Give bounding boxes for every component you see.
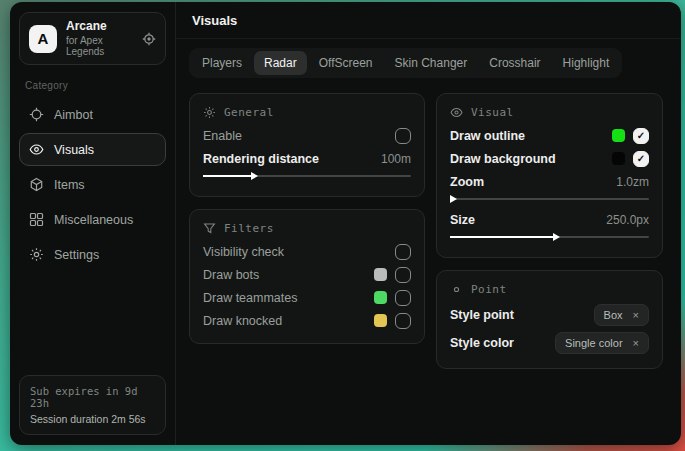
draw-knocked-color-swatch[interactable] [374, 314, 387, 327]
rendering-distance-label: Rendering distance [203, 152, 373, 166]
close-icon[interactable]: × [633, 309, 639, 321]
app-window: A Arcane for Apex Legends Category Aimbo [10, 2, 681, 445]
size-label: Size [450, 213, 598, 227]
visibility-check-row: Visibility check [203, 240, 411, 263]
gear-icon [203, 106, 216, 119]
style-point-select[interactable]: Box × [594, 304, 649, 326]
panel-title: Filters [224, 222, 274, 235]
eye-icon [450, 106, 463, 119]
sidebar-item-miscellaneous[interactable]: Miscellaneous [19, 203, 166, 236]
slider-thumb[interactable] [251, 172, 258, 180]
zoom-label: Zoom [450, 175, 608, 189]
page-title: Visuals [192, 13, 665, 28]
style-point-label: Style point [450, 308, 586, 322]
tab-bar: Players Radar OffScreen Skin Changer Cro… [189, 48, 622, 78]
visual-panel: Visual Draw outline ✓ Draw background ✓ … [436, 93, 663, 258]
panel-title: Visual [471, 106, 514, 119]
visibility-check-checkbox[interactable] [395, 244, 411, 260]
brand-card: A Arcane for Apex Legends [19, 12, 166, 65]
page-header: Visuals [176, 2, 681, 39]
funnel-icon [203, 222, 216, 235]
sidebar-item-label: Aimbot [54, 108, 93, 122]
draw-bots-row: Draw bots [203, 263, 411, 286]
size-slider[interactable] [450, 232, 649, 241]
tab-skin-changer[interactable]: Skin Changer [385, 51, 478, 75]
rendering-distance-slider[interactable] [203, 171, 411, 180]
tab-radar[interactable]: Radar [254, 51, 307, 75]
style-color-row: Style color Single color × [450, 329, 649, 357]
draw-bots-checkbox[interactable] [395, 267, 411, 283]
rendering-distance-row: Rendering distance 100m [203, 147, 411, 170]
draw-bots-color-swatch[interactable] [374, 268, 387, 281]
gear-icon [29, 247, 44, 262]
session-duration-text: Session duration 2m 56s [30, 413, 155, 425]
style-color-select[interactable]: Single color × [555, 332, 649, 354]
sidebar-item-aimbot[interactable]: Aimbot [19, 98, 166, 131]
slider-thumb[interactable] [450, 195, 457, 203]
sidebar-item-label: Miscellaneous [54, 213, 133, 227]
draw-teammates-row: Draw teammates [203, 286, 411, 309]
draw-knocked-checkbox[interactable] [395, 313, 411, 329]
draw-knocked-row: Draw knocked [203, 309, 411, 332]
sidebar-item-settings[interactable]: Settings [19, 238, 166, 271]
draw-teammates-color-swatch[interactable] [374, 291, 387, 304]
dot-icon [450, 283, 463, 296]
main-area: Visuals Players Radar OffScreen Skin Cha… [176, 2, 681, 445]
check-icon: ✓ [637, 154, 645, 164]
panel-title: General [224, 106, 274, 119]
tab-players[interactable]: Players [192, 51, 252, 75]
sidebar-item-label: Settings [54, 248, 99, 262]
sub-expires-text: Sub expires in 9d 23h [30, 385, 155, 409]
sidebar-item-items[interactable]: Items [19, 168, 166, 201]
app-subtitle: for Apex Legends [66, 35, 133, 57]
sidebar-item-label: Visuals [54, 143, 94, 157]
size-value: 250.0px [606, 213, 649, 227]
style-color-value: Single color [565, 337, 622, 349]
eye-icon [29, 142, 44, 157]
sidebar: A Arcane for Apex Legends Category Aimbo [10, 2, 176, 445]
zoom-slider[interactable] [450, 194, 649, 203]
style-point-row: Style point Box × [450, 301, 649, 329]
close-icon[interactable]: × [633, 337, 639, 349]
rendering-distance-value: 100m [381, 152, 411, 166]
sidebar-item-visuals[interactable]: Visuals [19, 133, 166, 166]
point-panel: Point Style point Box × Style color Sing… [436, 270, 663, 369]
slider-thumb[interactable] [553, 233, 560, 241]
tab-offscreen[interactable]: OffScreen [309, 51, 383, 75]
draw-background-row: Draw background ✓ [450, 147, 649, 170]
draw-outline-checkbox[interactable]: ✓ [633, 128, 649, 144]
zoom-row: Zoom 1.0zm [450, 170, 649, 193]
tab-crosshair[interactable]: Crosshair [479, 51, 550, 75]
app-title: Arcane [66, 20, 133, 33]
app-logo: A [29, 25, 57, 53]
size-row: Size 250.0px [450, 208, 649, 231]
enable-label: Enable [203, 129, 387, 143]
style-point-value: Box [604, 309, 623, 321]
panel-title: Point [471, 283, 507, 296]
check-icon: ✓ [637, 131, 645, 141]
general-panel: General Enable Rendering distance 100m [189, 93, 425, 197]
subscription-card: Sub expires in 9d 23h Session duration 2… [19, 375, 166, 435]
zoom-value: 1.0zm [616, 175, 649, 189]
category-label: Category [25, 80, 160, 91]
draw-background-color-swatch[interactable] [612, 152, 625, 165]
grid-icon [29, 212, 44, 227]
crosshair-icon [29, 107, 44, 122]
package-icon [29, 177, 44, 192]
target-icon[interactable] [142, 32, 156, 46]
enable-checkbox[interactable] [395, 128, 411, 144]
sidebar-item-label: Items [54, 178, 85, 192]
draw-teammates-checkbox[interactable] [395, 290, 411, 306]
draw-outline-row: Draw outline ✓ [450, 124, 649, 147]
tab-highlight[interactable]: Highlight [553, 51, 620, 75]
filters-panel: Filters Visibility check Draw bots Draw … [189, 209, 425, 344]
enable-row: Enable [203, 124, 411, 147]
draw-background-checkbox[interactable]: ✓ [633, 151, 649, 167]
style-color-label: Style color [450, 336, 547, 350]
draw-outline-color-swatch[interactable] [612, 129, 625, 142]
